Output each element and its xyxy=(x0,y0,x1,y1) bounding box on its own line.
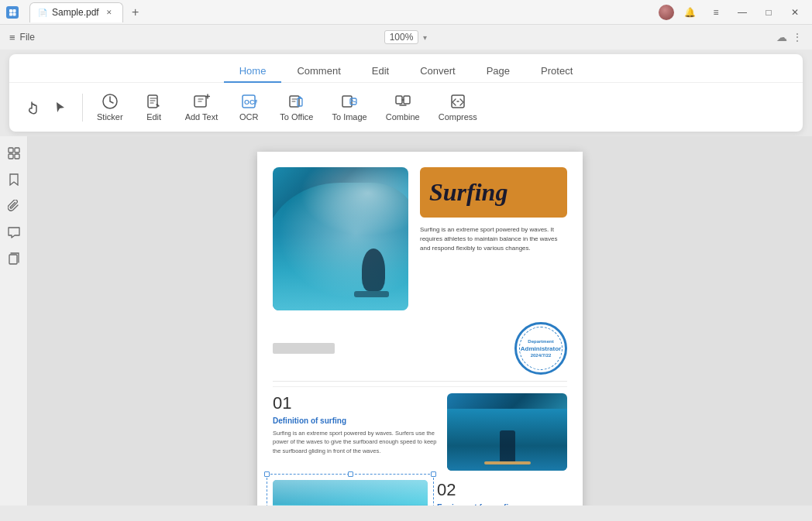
to-office-icon xyxy=(288,93,305,110)
svg-rect-21 xyxy=(9,255,17,264)
svg-rect-14 xyxy=(396,96,402,104)
sidebar-thumbnail-icon[interactable] xyxy=(3,142,25,164)
pdf-description: Surfing is an extreme sport powered by w… xyxy=(420,225,567,253)
pdf-area[interactable]: Surfing Surfing is an extreme sport powe… xyxy=(28,136,812,506)
section-01-number: 01 xyxy=(273,393,438,413)
tab-label: Sample.pdf xyxy=(52,7,99,18)
stamp-line1: Department xyxy=(528,338,553,344)
stamp-line3: 2024/7/22 xyxy=(531,352,552,358)
svg-rect-2 xyxy=(9,12,12,15)
pdf-page: Surfing Surfing is an extreme sport powe… xyxy=(257,152,583,506)
edit-button[interactable]: Edit xyxy=(134,89,174,125)
separator-1 xyxy=(82,94,83,122)
section-01-photo xyxy=(447,393,567,471)
surfing-title: Surfing xyxy=(429,178,558,207)
minimize-button[interactable]: — xyxy=(731,5,753,20)
svg-rect-15 xyxy=(404,96,410,104)
stamp-line2: Administrator xyxy=(521,345,561,352)
hamburger-menu-button[interactable]: ≡ xyxy=(9,32,15,43)
menu-icon[interactable]: ≡ xyxy=(705,5,727,20)
highlight-bar xyxy=(273,343,335,354)
notification-icon[interactable]: 🔔 xyxy=(679,5,700,20)
sidebar-pages-icon[interactable] xyxy=(3,248,25,269)
handle-top-mid[interactable] xyxy=(348,471,353,477)
surfing-title-box: Surfing xyxy=(420,167,567,218)
svg-rect-19 xyxy=(9,154,13,159)
to-image-button[interactable]: To Image xyxy=(324,89,374,125)
tab-home[interactable]: Home xyxy=(224,60,282,83)
close-button[interactable]: ✕ xyxy=(784,5,806,20)
combine-button[interactable]: Combine xyxy=(378,89,428,125)
compress-button[interactable]: Compress xyxy=(431,89,485,125)
titlebar-left: 📄 Sample.pdf ✕ + xyxy=(6,2,145,22)
pdf-top-section: Surfing Surfing is an extreme sport powe… xyxy=(273,167,567,310)
file-menu[interactable]: File xyxy=(20,32,35,43)
svg-rect-0 xyxy=(9,9,12,12)
tab-convert[interactable]: Convert xyxy=(404,60,471,83)
tool-buttons: Sticker Edit Add Text xyxy=(9,83,803,132)
new-tab-button[interactable]: + xyxy=(126,3,145,22)
compress-icon xyxy=(449,93,466,110)
tab-comment[interactable]: Comment xyxy=(281,60,356,83)
sidebar-bookmark-icon[interactable] xyxy=(3,169,25,190)
section-01-title: Definition of surfing xyxy=(273,416,438,425)
to-image-icon xyxy=(341,93,358,110)
tab-edit[interactable]: Edit xyxy=(356,60,404,83)
section-02-title: Equipment for surfing xyxy=(437,503,567,506)
add-text-button[interactable]: Add Text xyxy=(177,89,226,125)
to-office-button[interactable]: To Office xyxy=(272,89,321,125)
cloud-icon: ☁ xyxy=(776,31,787,43)
sidebar-attachment-icon[interactable] xyxy=(3,195,25,217)
hand-tool-button[interactable] xyxy=(22,95,46,120)
handle-top-right[interactable] xyxy=(431,471,436,477)
to-image-label: To Image xyxy=(332,112,366,122)
ocr-icon: OCR xyxy=(240,93,257,110)
combine-icon xyxy=(394,93,411,110)
tab-close-button[interactable]: ✕ xyxy=(104,7,115,18)
compress-label: Compress xyxy=(439,112,477,122)
edit-icon xyxy=(146,93,163,110)
add-text-icon xyxy=(193,93,210,110)
sticker-icon xyxy=(102,93,119,110)
tab-bar: 📄 Sample.pdf ✕ + xyxy=(29,2,145,22)
svg-rect-3 xyxy=(13,12,16,15)
pdf-section-02: 02 Equipment for surfing Including surfb… xyxy=(273,480,567,506)
toolbar-area: Home Comment Edit Convert Page Protect xyxy=(9,54,803,132)
sidebar-comment-icon[interactable] xyxy=(3,221,25,243)
handle-top-left[interactable] xyxy=(264,471,270,477)
app-icon xyxy=(6,6,19,19)
ocr-label: OCR xyxy=(239,112,258,122)
main-area: Surfing Surfing is an extreme sport powe… xyxy=(0,136,812,506)
zoom-value[interactable]: 100% xyxy=(384,30,419,44)
combine-label: Combine xyxy=(386,112,420,122)
to-office-label: To Office xyxy=(280,112,313,122)
zoom-dropdown-icon[interactable]: ▾ xyxy=(423,33,427,42)
selected-image-wrapper xyxy=(273,480,428,506)
svg-rect-5 xyxy=(148,95,157,108)
pdf-tab[interactable]: 📄 Sample.pdf ✕ xyxy=(29,2,123,22)
zoom-bar: ≡ File 100% ▾ ☁ ⋮ xyxy=(0,25,812,50)
divider xyxy=(273,381,567,382)
avatar xyxy=(659,5,674,20)
settings-icon[interactable]: ⋮ xyxy=(792,31,803,43)
select-tool-button[interactable] xyxy=(48,95,73,120)
sticker-button[interactable]: Sticker xyxy=(89,89,131,125)
surfer-silhouette xyxy=(362,249,385,291)
svg-rect-1 xyxy=(13,9,16,12)
sticker-label: Sticker xyxy=(97,112,123,122)
svg-rect-17 xyxy=(9,148,13,153)
nav-tabs: Home Comment Edit Convert Page Protect xyxy=(9,54,803,83)
svg-text:OCR: OCR xyxy=(244,98,257,106)
section-01-body: Surfing is an extreme sport powered by w… xyxy=(273,429,438,455)
edit-label: Edit xyxy=(146,112,161,122)
ocr-button[interactable]: OCR OCR xyxy=(229,89,269,125)
maximize-button[interactable]: □ xyxy=(758,5,779,20)
tab-protect[interactable]: Protect xyxy=(525,60,588,83)
pdf-section-01: 01 Definition of surfing Surfing is an e… xyxy=(273,386,567,471)
pdf-title-block: Surfing Surfing is an extreme sport powe… xyxy=(420,167,567,310)
section-01-left: 01 Definition of surfing Surfing is an e… xyxy=(273,393,438,471)
tab-page[interactable]: Page xyxy=(471,60,525,83)
left-sidebar xyxy=(0,136,28,506)
section-02-photo xyxy=(273,480,428,506)
surfing-main-photo xyxy=(273,167,408,310)
